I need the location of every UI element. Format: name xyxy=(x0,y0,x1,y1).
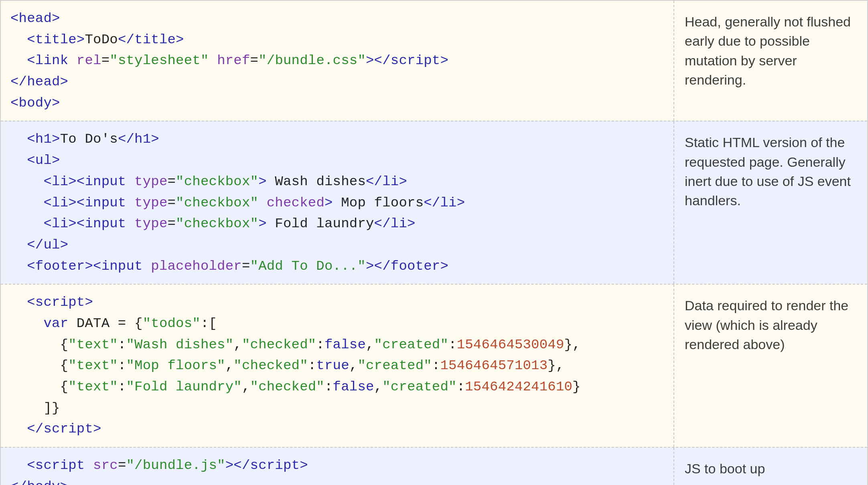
token-pun: , xyxy=(225,358,234,373)
token-pun: ]} xyxy=(10,400,60,416)
code-line: var DATA = {"todos":[ xyxy=(10,313,664,334)
token-pun xyxy=(10,153,27,168)
token-pun: = xyxy=(168,195,176,210)
token-val: "stylesheet" xyxy=(110,53,209,68)
token-txt xyxy=(258,195,267,210)
code-line: <footer><input placeholder="Add To Do...… xyxy=(10,256,664,277)
token-tag: </li> xyxy=(366,174,407,189)
token-pun: { xyxy=(10,358,68,373)
token-pun: , xyxy=(366,337,374,352)
token-txt xyxy=(126,195,134,210)
token-tag: ></footer> xyxy=(366,259,448,274)
token-tag: > xyxy=(324,195,333,210)
token-pun xyxy=(10,174,43,189)
token-txt xyxy=(126,174,134,189)
token-pun xyxy=(10,237,27,253)
token-val: "todos" xyxy=(143,316,201,331)
code-line: </script​> xyxy=(10,418,664,440)
token-val: "/bundle.js" xyxy=(126,458,225,473)
token-attr: src xyxy=(93,458,118,473)
token-pun xyxy=(10,458,27,473)
token-val: "created" xyxy=(382,379,456,394)
token-pun xyxy=(10,32,27,47)
token-attr: href xyxy=(217,53,250,68)
row-2: <script> var DATA = {"todos":[ {"text":"… xyxy=(1,284,867,447)
code-line: <li><input type="checkbox"> Fold laundry… xyxy=(10,213,664,234)
token-attr: type xyxy=(134,216,167,231)
token-attr: placeholder xyxy=(151,259,242,274)
token-tag: </head> xyxy=(10,74,68,89)
token-pun: }, xyxy=(564,337,581,352)
token-val: "created" xyxy=(374,337,448,352)
token-txt xyxy=(85,458,93,473)
token-pun: { xyxy=(10,337,68,352)
token-txt xyxy=(143,259,151,274)
code-line: <link rel="stylesheet" href="/bundle.css… xyxy=(10,50,664,71)
code-block-2: <script> var DATA = {"todos":[ {"text":"… xyxy=(1,285,674,447)
code-line: </head> xyxy=(10,71,664,93)
row-0: <head> <title>ToDo</title> <link rel="st… xyxy=(1,1,867,121)
code-line: {"text":"Wash dishes","checked":false,"c… xyxy=(10,334,664,356)
token-pun xyxy=(10,316,43,331)
annotated-code-diagram: <head> <title>ToDo</title> <link rel="st… xyxy=(0,0,868,485)
annotation-3: JS to boot up xyxy=(674,448,867,485)
annotation-2: Data required to render the view (which … xyxy=(674,285,867,447)
token-pun: , xyxy=(233,337,242,352)
token-pun: : xyxy=(118,358,126,373)
token-pun: = xyxy=(168,174,176,189)
token-attr: rel xyxy=(77,53,101,68)
token-attr: type xyxy=(134,195,167,210)
token-pun: :[ xyxy=(201,316,217,331)
token-pun: , xyxy=(349,358,358,373)
token-kw: var xyxy=(43,316,68,331)
annotation-1: Static HTML version of the requested pag… xyxy=(674,121,867,284)
token-val: "checkbox" xyxy=(176,195,258,210)
token-pun: , xyxy=(242,379,250,394)
token-tag: </li> xyxy=(424,195,465,210)
token-pun xyxy=(10,259,27,274)
token-tag: </body> xyxy=(10,479,68,485)
code-block-3: <script src="/bundle.js"></script​></bod… xyxy=(1,448,674,485)
token-val: "Wash dishes" xyxy=(126,337,233,352)
token-bool: true xyxy=(316,358,349,373)
token-pun: : xyxy=(448,337,457,352)
token-tag: <ul> xyxy=(27,153,60,168)
code-line: <li><input type="checkbox"> Wash dishes<… xyxy=(10,171,664,192)
token-val: "/bundle.css" xyxy=(258,53,366,68)
token-num: 1546464530049 xyxy=(457,337,564,352)
token-val: "checked" xyxy=(250,379,324,394)
token-pun: { xyxy=(10,379,68,394)
code-line: <script> xyxy=(10,292,664,313)
token-tag: </h1> xyxy=(118,131,159,147)
token-pun: : xyxy=(457,379,465,394)
token-pun xyxy=(10,131,27,147)
token-val: "Fold laundry" xyxy=(126,379,241,394)
token-pun: = xyxy=(101,53,110,68)
token-tag: </ul> xyxy=(27,237,68,253)
token-txt xyxy=(126,216,134,231)
token-pun: : xyxy=(118,337,126,352)
token-txt: ToDo xyxy=(85,32,118,47)
token-bool: false xyxy=(324,337,366,352)
token-val: "Mop floors" xyxy=(126,358,225,373)
token-txt xyxy=(209,53,217,68)
code-line: <title>ToDo</title> xyxy=(10,29,664,51)
token-val: "checked" xyxy=(233,358,308,373)
code-line: {"text":"Mop floors","checked":true,"cre… xyxy=(10,355,664,376)
token-pun: : xyxy=(308,358,316,373)
token-val: "text" xyxy=(68,358,118,373)
code-line: <script src="/bundle.js"></script​> xyxy=(10,455,664,476)
token-txt xyxy=(68,53,77,68)
token-txt: DATA xyxy=(68,316,118,331)
token-tag: <li><input xyxy=(43,195,126,210)
token-bool: false xyxy=(333,379,374,394)
token-pun: } xyxy=(572,379,581,394)
token-pun: , xyxy=(374,379,383,394)
token-pun: : xyxy=(432,358,440,373)
token-tag: <link xyxy=(27,53,68,68)
token-pun xyxy=(10,53,27,68)
token-tag: > xyxy=(258,216,267,231)
token-tag: <li><input xyxy=(43,174,126,189)
token-tag: <script> xyxy=(27,295,93,310)
token-tag: > xyxy=(258,174,267,189)
